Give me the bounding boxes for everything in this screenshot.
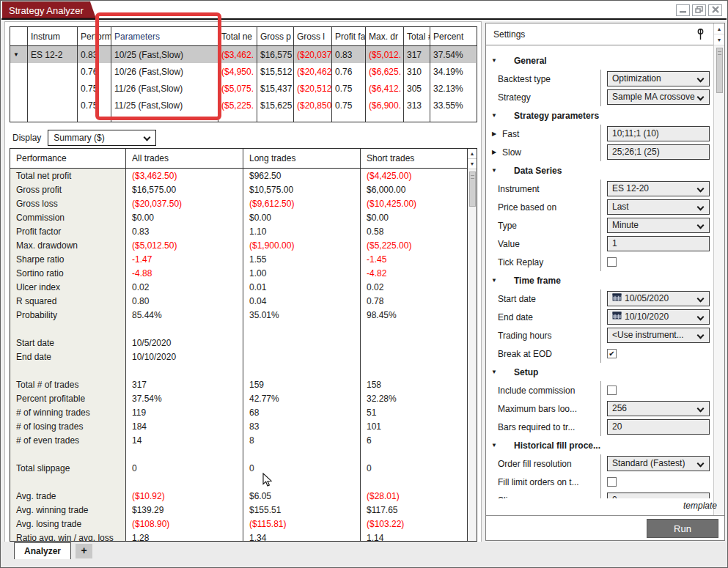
optimizer-row[interactable]: 0.7511/25 (Fast,Slow)($5,225.$15,625($20… (10, 97, 477, 114)
performance-row[interactable]: Total # of trades317159158 (10, 377, 467, 391)
slow-input[interactable]: 25;26;1 (25) (607, 144, 710, 160)
minimize-button[interactable] (676, 4, 690, 16)
performance-row[interactable]: Max. drawdown($5,012.50)($1,900.00)($5,2… (10, 238, 467, 252)
slippage-input[interactable]: 0 (607, 493, 710, 498)
expand-icon[interactable]: ▶ (486, 130, 502, 137)
expand-icon[interactable]: ▶ (486, 149, 502, 155)
settings-section-setup[interactable]: ▼Setup (486, 363, 715, 381)
column-header-expander[interactable] (10, 27, 28, 45)
template-link[interactable]: template (683, 501, 717, 511)
collapse-icon[interactable]: ▼ (486, 167, 502, 174)
collapse-icon[interactable]: ▼ (486, 277, 502, 284)
performance-row[interactable]: Sortino ratio-4.881.00-4.82 (10, 266, 467, 280)
optimizer-row[interactable]: 0.7511/26 (Fast,Slow)($5,075.$15,437($20… (10, 80, 477, 97)
performance-row[interactable]: Avg. losing trade($108.90)($115.81)($103… (10, 517, 467, 531)
column-header-short-trades[interactable]: Short trades (361, 149, 467, 168)
column-header-performan[interactable]: Performan (78, 27, 111, 45)
tick-replay-checkbox[interactable] (607, 257, 617, 267)
price-based-on-dropdown[interactable]: Last (607, 199, 710, 215)
settings-section-strategy-parameters[interactable]: ▼Strategy parameters (486, 106, 715, 125)
performance-row[interactable]: End date10/10/2020 (10, 350, 467, 364)
performance-row[interactable]: Commission$0.00$0.00$0.00 (10, 210, 467, 224)
performance-row[interactable] (10, 447, 467, 461)
column-header-total-[interactable]: Total # (404, 27, 430, 45)
display-dropdown[interactable]: Summary ($) (48, 130, 156, 146)
column-header-gross-l[interactable]: Gross l (294, 27, 332, 45)
column-header-instrum[interactable]: Instrum (28, 27, 78, 45)
performance-row[interactable] (10, 322, 467, 336)
performance-row[interactable] (10, 364, 467, 377)
optimizer-row[interactable]: 0.7610/26 (Fast,Slow)($4,950.$15,512($20… (10, 63, 477, 80)
column-header-max-dr[interactable]: Max. dr (366, 27, 404, 45)
bars-required-to-tr--input[interactable]: 20 (607, 419, 710, 435)
column-header-all-trades[interactable]: All trades (126, 149, 243, 168)
pin-icon[interactable] (696, 28, 705, 43)
setting-row-fast: ▶Fast10;11;1 (10) (486, 125, 715, 143)
scroll-down-button[interactable]: ▼ (468, 159, 477, 169)
performance-row[interactable]: Profit factor0.831.100.58 (10, 224, 467, 238)
column-header-profit-fa[interactable]: Profit fa (332, 27, 366, 45)
optimizer-row[interactable]: ▼ES 12-20.8310/25 (Fast,Slow)($3,462.$16… (10, 46, 477, 63)
row-expander-icon[interactable]: ▼ (13, 51, 19, 58)
column-header-performance[interactable]: Performance (10, 149, 126, 168)
settings-scrollbar[interactable]: ▲ ▼ (713, 23, 724, 540)
column-header-total-ne[interactable]: Total ne (218, 27, 257, 45)
performance-row[interactable]: Sharpe ratio-1.471.55-1.45 (10, 252, 467, 266)
close-button[interactable] (708, 4, 722, 16)
collapse-icon[interactable]: ▼ (486, 112, 502, 119)
performance-row[interactable]: Gross profit$16,575.00$10,575.00$6,000.0… (10, 182, 467, 196)
maximize-button[interactable] (692, 4, 706, 16)
scroll-up-button[interactable]: ▲ (468, 149, 477, 159)
performance-row[interactable]: Avg. trade($10.92)$6.05($28.01) (10, 489, 467, 503)
column-header-gross-p[interactable]: Gross p (257, 27, 294, 45)
performance-row[interactable]: Total slippage000 (10, 461, 467, 475)
fill-limit-orders-on-t--checkbox[interactable] (607, 477, 617, 487)
performance-row[interactable]: Probability85.44%35.01%98.45% (10, 308, 467, 322)
performance-row[interactable]: # of even trades1486 (10, 433, 467, 447)
performance-row[interactable]: Percent profitable37.54%42.77%32.28% (10, 391, 467, 405)
column-header-percent[interactable]: Percent (430, 27, 476, 45)
performance-row[interactable]: # of losing trades18483101 (10, 419, 467, 433)
performance-row[interactable]: # of winning trades1196851 (10, 405, 467, 419)
backtest-type-dropdown[interactable]: Optimization (607, 71, 710, 86)
order-fill-resolution-dropdown[interactable]: Standard (Fastest) (607, 456, 710, 471)
end-date-dropdown[interactable]: 10/10/2020 (607, 309, 710, 325)
strategy-dropdown[interactable]: Sample MA crossove (607, 89, 710, 105)
performance-row[interactable]: Start date10/5/2020 (10, 336, 467, 350)
trading-hours-dropdown[interactable]: <Use instrument... (607, 328, 710, 343)
scrollbar-thumb[interactable] (716, 48, 723, 93)
performance-row[interactable]: Total net profit($3,462.50)$962.50($4,42… (10, 169, 467, 182)
performance-row[interactable]: Ulcer index0.020.010.02 (10, 280, 467, 294)
column-header-parameters[interactable]: Parameters (111, 27, 218, 45)
performance-table-scrollbar[interactable]: ▲ ▼ (467, 149, 477, 541)
tab-analyzer[interactable]: Analyzer (14, 542, 71, 559)
add-tab-button[interactable]: + (76, 544, 92, 558)
performance-row[interactable]: Avg. winning trade$139.29$155.51$117.65 (10, 503, 467, 517)
grid-cell: ($20,462 (294, 63, 332, 80)
collapse-icon[interactable]: ▼ (486, 442, 502, 449)
value-input[interactable]: 1 (607, 236, 710, 251)
maximum-bars-loo--dropdown[interactable]: 256 (607, 401, 710, 416)
column-header-long-trades[interactable]: Long trades (243, 149, 361, 168)
break-at-eod-checkbox[interactable]: ✔ (607, 349, 617, 358)
expander-cell: ▼ (10, 46, 28, 63)
settings-section-time-frame[interactable]: ▼Time frame (486, 271, 715, 289)
settings-section-data-series[interactable]: ▼Data Series (486, 161, 715, 180)
scroll-up-button[interactable]: ▲ (714, 23, 724, 34)
performance-row[interactable]: Gross loss($20,037.50)($9,612.50)($10,42… (10, 196, 467, 210)
scrollbar-thumb[interactable] (469, 171, 476, 207)
scroll-down-button[interactable]: ▼ (714, 34, 724, 45)
include-commission-checkbox[interactable] (607, 386, 617, 395)
start-date-dropdown[interactable]: 10/05/2020 (607, 291, 710, 306)
settings-section-general[interactable]: ▼General (486, 51, 715, 70)
run-button[interactable]: Run (647, 519, 718, 538)
performance-row[interactable] (10, 475, 467, 489)
fast-input[interactable]: 10;11;1 (10) (607, 126, 710, 141)
collapse-icon[interactable]: ▼ (486, 369, 502, 375)
collapse-icon[interactable]: ▼ (486, 57, 502, 64)
type-dropdown[interactable]: Minute (607, 218, 710, 233)
settings-section-historical-fill-proce-[interactable]: ▼Historical fill proce... (486, 436, 715, 454)
performance-row[interactable]: R squared0.800.040.78 (10, 294, 467, 308)
instrument-dropdown[interactable]: ES 12-20 (607, 181, 710, 196)
performance-row[interactable]: Ratio avg. win / avg. loss1.281.341.14 (10, 531, 467, 542)
